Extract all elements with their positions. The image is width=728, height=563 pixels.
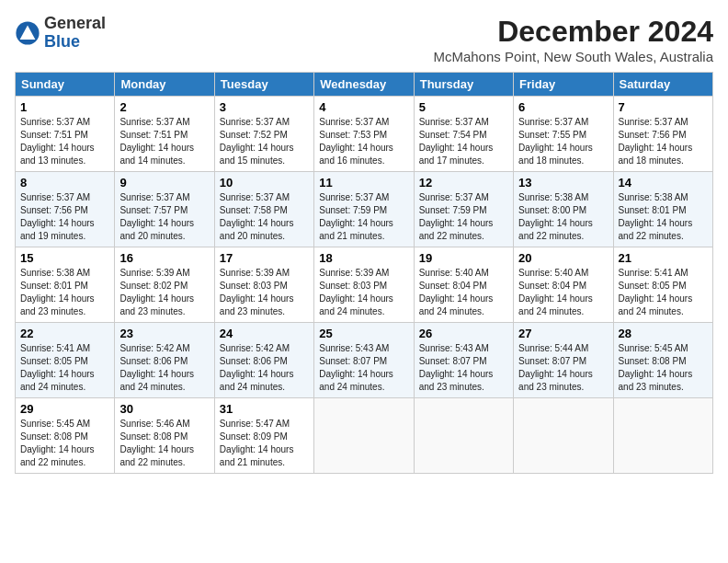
day-number: 12 <box>419 176 508 190</box>
day-info: Sunrise: 5:38 AM Sunset: 8:01 PM Dayligh… <box>619 191 708 243</box>
table-row: 27Sunrise: 5:44 AM Sunset: 8:07 PM Dayli… <box>514 323 613 398</box>
logo-general-text: General <box>44 14 106 32</box>
subtitle: McMahons Point, New South Wales, Austral… <box>433 49 713 64</box>
table-row: 29Sunrise: 5:45 AM Sunset: 8:08 PM Dayli… <box>16 398 115 474</box>
table-row <box>414 398 513 474</box>
day-number: 2 <box>119 100 209 114</box>
table-row <box>613 398 712 474</box>
table-row: 17Sunrise: 5:39 AM Sunset: 8:03 PM Dayli… <box>214 247 313 323</box>
day-info: Sunrise: 5:43 AM Sunset: 8:07 PM Dayligh… <box>419 342 508 394</box>
day-info: Sunrise: 5:37 AM Sunset: 7:57 PM Dayligh… <box>119 191 209 243</box>
table-row <box>314 398 414 474</box>
day-number: 28 <box>619 327 708 340</box>
day-number: 13 <box>518 176 608 190</box>
day-number: 22 <box>20 327 109 340</box>
day-number: 14 <box>619 176 708 190</box>
day-number: 1 <box>20 100 109 114</box>
logo-blue-text: Blue <box>44 32 80 51</box>
table-row: 11Sunrise: 5:37 AM Sunset: 7:59 PM Dayli… <box>314 172 414 247</box>
table-row: 6Sunrise: 5:37 AM Sunset: 7:55 PM Daylig… <box>514 97 613 172</box>
day-info: Sunrise: 5:37 AM Sunset: 7:59 PM Dayligh… <box>419 191 508 243</box>
table-row: 12Sunrise: 5:37 AM Sunset: 7:59 PM Dayli… <box>414 172 513 247</box>
table-row: 24Sunrise: 5:42 AM Sunset: 8:06 PM Dayli… <box>214 323 313 398</box>
day-info: Sunrise: 5:37 AM Sunset: 7:56 PM Dayligh… <box>619 116 708 167</box>
table-row: 22Sunrise: 5:41 AM Sunset: 8:05 PM Dayli… <box>16 323 115 398</box>
day-number: 30 <box>119 402 209 416</box>
day-number: 6 <box>518 100 608 114</box>
day-number: 31 <box>220 402 309 416</box>
day-number: 26 <box>419 327 508 340</box>
table-row: 20Sunrise: 5:40 AM Sunset: 8:04 PM Dayli… <box>514 247 613 323</box>
table-row: 30Sunrise: 5:46 AM Sunset: 8:08 PM Dayli… <box>115 398 214 474</box>
day-number: 4 <box>319 100 408 114</box>
day-info: Sunrise: 5:38 AM Sunset: 8:01 PM Dayligh… <box>20 267 109 318</box>
day-info: Sunrise: 5:37 AM Sunset: 7:51 PM Dayligh… <box>20 116 109 167</box>
table-row: 14Sunrise: 5:38 AM Sunset: 8:01 PM Dayli… <box>613 172 712 247</box>
calendar-table: SundayMondayTuesdayWednesdayThursdayFrid… <box>15 72 713 474</box>
day-info: Sunrise: 5:39 AM Sunset: 8:03 PM Dayligh… <box>220 267 309 318</box>
day-info: Sunrise: 5:37 AM Sunset: 7:52 PM Dayligh… <box>220 116 309 167</box>
table-row: 15Sunrise: 5:38 AM Sunset: 8:01 PM Dayli… <box>16 247 115 323</box>
day-number: 3 <box>220 100 309 114</box>
day-info: Sunrise: 5:38 AM Sunset: 8:00 PM Dayligh… <box>518 191 608 243</box>
table-row: 26Sunrise: 5:43 AM Sunset: 8:07 PM Dayli… <box>414 323 513 398</box>
day-header-friday: Friday <box>514 73 613 97</box>
day-number: 17 <box>220 251 309 265</box>
day-info: Sunrise: 5:41 AM Sunset: 8:05 PM Dayligh… <box>619 267 708 318</box>
table-row: 31Sunrise: 5:47 AM Sunset: 8:09 PM Dayli… <box>214 398 313 474</box>
day-header-tuesday: Tuesday <box>214 73 313 97</box>
day-info: Sunrise: 5:46 AM Sunset: 8:08 PM Dayligh… <box>119 418 209 469</box>
day-info: Sunrise: 5:40 AM Sunset: 8:04 PM Dayligh… <box>518 267 608 318</box>
day-number: 9 <box>119 176 209 190</box>
day-number: 18 <box>319 251 408 265</box>
day-number: 25 <box>319 327 408 340</box>
day-info: Sunrise: 5:37 AM Sunset: 7:51 PM Dayligh… <box>119 116 209 167</box>
table-row: 8Sunrise: 5:37 AM Sunset: 7:56 PM Daylig… <box>16 172 115 247</box>
table-row: 5Sunrise: 5:37 AM Sunset: 7:54 PM Daylig… <box>414 97 513 172</box>
day-header-saturday: Saturday <box>613 73 712 97</box>
day-info: Sunrise: 5:43 AM Sunset: 8:07 PM Dayligh… <box>319 342 408 394</box>
day-header-wednesday: Wednesday <box>314 73 414 97</box>
day-number: 27 <box>518 327 608 340</box>
day-info: Sunrise: 5:41 AM Sunset: 8:05 PM Dayligh… <box>20 342 109 394</box>
day-number: 15 <box>20 251 109 265</box>
day-number: 10 <box>220 176 309 190</box>
table-row: 13Sunrise: 5:38 AM Sunset: 8:00 PM Dayli… <box>514 172 613 247</box>
table-row: 1Sunrise: 5:37 AM Sunset: 7:51 PM Daylig… <box>16 97 115 172</box>
logo: General Blue <box>15 15 106 52</box>
day-number: 16 <box>119 251 209 265</box>
day-info: Sunrise: 5:37 AM Sunset: 7:54 PM Dayligh… <box>419 116 508 167</box>
table-row: 28Sunrise: 5:45 AM Sunset: 8:08 PM Dayli… <box>613 323 712 398</box>
day-number: 7 <box>619 100 708 114</box>
day-info: Sunrise: 5:37 AM Sunset: 7:53 PM Dayligh… <box>319 116 408 167</box>
day-number: 29 <box>20 402 109 416</box>
day-info: Sunrise: 5:45 AM Sunset: 8:08 PM Dayligh… <box>20 418 109 469</box>
day-info: Sunrise: 5:45 AM Sunset: 8:08 PM Dayligh… <box>619 342 708 394</box>
table-row: 4Sunrise: 5:37 AM Sunset: 7:53 PM Daylig… <box>314 97 414 172</box>
table-row: 3Sunrise: 5:37 AM Sunset: 7:52 PM Daylig… <box>214 97 313 172</box>
table-row: 7Sunrise: 5:37 AM Sunset: 7:56 PM Daylig… <box>613 97 712 172</box>
day-info: Sunrise: 5:42 AM Sunset: 8:06 PM Dayligh… <box>220 342 309 394</box>
day-info: Sunrise: 5:42 AM Sunset: 8:06 PM Dayligh… <box>119 342 209 394</box>
table-row: 21Sunrise: 5:41 AM Sunset: 8:05 PM Dayli… <box>613 247 712 323</box>
day-header-monday: Monday <box>115 73 214 97</box>
day-number: 20 <box>518 251 608 265</box>
title-area: December 2024 McMahons Point, New South … <box>433 15 713 64</box>
table-row: 16Sunrise: 5:39 AM Sunset: 8:02 PM Dayli… <box>115 247 214 323</box>
table-row: 23Sunrise: 5:42 AM Sunset: 8:06 PM Dayli… <box>115 323 214 398</box>
day-info: Sunrise: 5:37 AM Sunset: 7:55 PM Dayligh… <box>518 116 608 167</box>
day-number: 21 <box>619 251 708 265</box>
table-row: 25Sunrise: 5:43 AM Sunset: 8:07 PM Dayli… <box>314 323 414 398</box>
table-row: 10Sunrise: 5:37 AM Sunset: 7:58 PM Dayli… <box>214 172 313 247</box>
table-row: 2Sunrise: 5:37 AM Sunset: 7:51 PM Daylig… <box>115 97 214 172</box>
day-number: 5 <box>419 100 508 114</box>
day-info: Sunrise: 5:37 AM Sunset: 7:56 PM Dayligh… <box>20 191 109 243</box>
day-info: Sunrise: 5:40 AM Sunset: 8:04 PM Dayligh… <box>419 267 508 318</box>
day-header-sunday: Sunday <box>16 73 115 97</box>
main-title: December 2024 <box>433 15 713 49</box>
table-row: 18Sunrise: 5:39 AM Sunset: 8:03 PM Dayli… <box>314 247 414 323</box>
day-info: Sunrise: 5:39 AM Sunset: 8:03 PM Dayligh… <box>319 267 408 318</box>
day-info: Sunrise: 5:39 AM Sunset: 8:02 PM Dayligh… <box>119 267 209 318</box>
day-number: 11 <box>319 176 408 190</box>
logo-icon <box>15 20 40 46</box>
